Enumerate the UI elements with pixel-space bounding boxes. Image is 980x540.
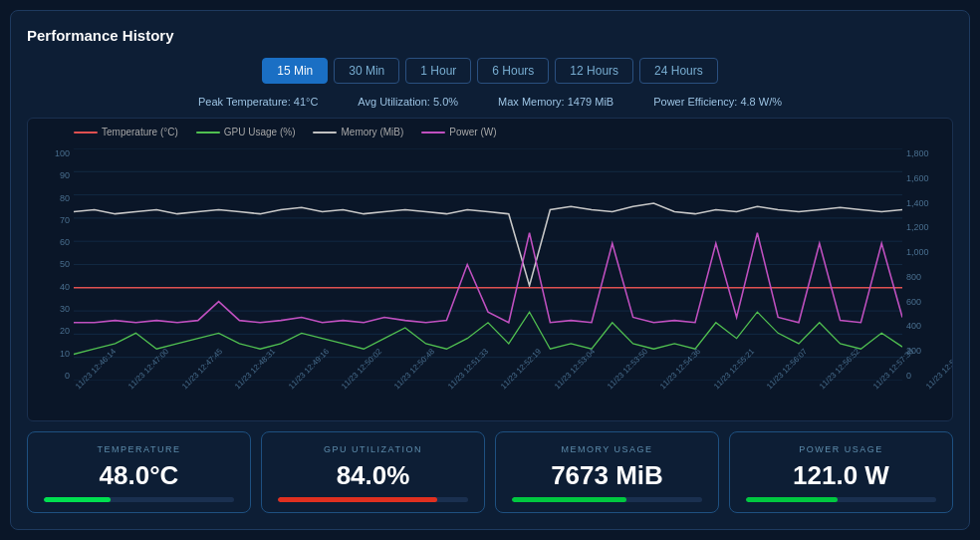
metric-card-memory-usage: MEMORY USAGE7673 MiB: [495, 431, 719, 513]
time-btn-1-hour[interactable]: 1 Hour: [405, 58, 471, 84]
chart-area: Temperature (°C)GPU Usage (%)Memory (MiB…: [27, 118, 953, 421]
y-axis-left-label: 70: [60, 215, 70, 225]
peak-temp-stat: Peak Temperature: 41°C: [198, 96, 318, 108]
y-axis-left-label: 90: [60, 170, 70, 180]
y-axis-right-label: 0: [906, 371, 911, 381]
y-axis-left-label: 50: [60, 259, 70, 269]
time-btn-6-hours[interactable]: 6 Hours: [477, 58, 549, 84]
legend-label: Memory (MiB): [341, 127, 403, 137]
metric-value: 48.0°C: [44, 460, 234, 491]
y-axis-left-label: 60: [60, 237, 70, 247]
metric-card-temperature: TEMPERATURE48.0°C: [27, 431, 251, 513]
metric-value: 84.0%: [278, 460, 468, 491]
power-eff-stat: Power Efficiency: 4.8 W/%: [653, 96, 782, 108]
metric-bar-bg: [278, 497, 468, 502]
legend-color: [196, 132, 220, 134]
y-axis-right-label: 600: [906, 297, 921, 307]
metric-label: MEMORY USAGE: [512, 444, 702, 454]
y-axis-left-label: 10: [60, 349, 70, 359]
legend-label: Power (W): [449, 127, 496, 137]
legend-item: Temperature (°C): [74, 127, 178, 137]
y-axis-left-label: 0: [65, 371, 70, 381]
metric-label: TEMPERATURE: [44, 444, 234, 454]
y-axis-left-label: 20: [60, 326, 70, 336]
legend-color: [421, 132, 445, 134]
metric-bar-fill: [746, 497, 838, 502]
chart-svg-container: [74, 148, 902, 381]
legend-color: [313, 132, 337, 134]
section-title: Performance History: [27, 27, 953, 44]
time-button-group: 15 Min30 Min1 Hour6 Hours12 Hours24 Hour…: [27, 58, 953, 84]
legend-item: Power (W): [421, 127, 496, 137]
time-btn-12-hours[interactable]: 12 Hours: [555, 58, 633, 84]
metric-bar-fill: [278, 497, 437, 502]
legend-item: Memory (MiB): [313, 127, 403, 137]
metric-bar-bg: [746, 497, 936, 502]
x-axis: 11/23 12:46:1411/23 12:47:0011/23 12:47:…: [74, 381, 902, 420]
y-axis-left: 1009080706050403020100: [28, 148, 74, 381]
metric-value: 121.0 W: [746, 460, 936, 491]
metric-bar-fill: [512, 497, 626, 502]
dashboard: Performance History 15 Min30 Min1 Hour6 …: [10, 10, 970, 530]
y-axis-right-label: 1,000: [906, 247, 929, 257]
y-axis-right-label: 1,800: [906, 148, 929, 158]
max-memory-stat: Max Memory: 1479 MiB: [498, 96, 613, 108]
y-axis-right-label: 1,600: [906, 173, 929, 183]
metric-card-power-usage: POWER USAGE121.0 W: [729, 431, 953, 513]
time-btn-15-min[interactable]: 15 Min: [262, 58, 328, 84]
stats-row: Peak Temperature: 41°C Avg Utilization: …: [27, 96, 953, 108]
metric-card-gpu-utilization: GPU UTILIZATION84.0%: [261, 431, 485, 513]
legend-label: GPU Usage (%): [224, 127, 296, 137]
metrics-row: TEMPERATURE48.0°CGPU UTILIZATION84.0%MEM…: [27, 431, 953, 513]
metric-bar-bg: [44, 497, 234, 502]
y-axis-left-label: 40: [60, 282, 70, 292]
y-axis-right: 1,8001,6001,4001,2001,0008006004002000: [902, 148, 952, 381]
legend-color: [74, 132, 98, 134]
chart-legend: Temperature (°C)GPU Usage (%)Memory (MiB…: [74, 127, 902, 137]
y-axis-right-label: 400: [906, 321, 921, 331]
metric-value: 7673 MiB: [512, 460, 702, 491]
y-axis-left-label: 100: [55, 148, 70, 158]
y-axis-right-label: 1,200: [906, 222, 929, 232]
time-btn-24-hours[interactable]: 24 Hours: [639, 58, 718, 84]
metric-label: POWER USAGE: [746, 444, 936, 454]
y-axis-left-label: 80: [60, 193, 70, 203]
metric-label: GPU UTILIZATION: [278, 444, 468, 454]
y-axis-left-label: 30: [60, 304, 70, 314]
avg-util-stat: Avg Utilization: 5.0%: [358, 96, 458, 108]
metric-bar-bg: [512, 497, 702, 502]
y-axis-right-label: 800: [906, 272, 921, 282]
y-axis-right-label: 1,400: [906, 198, 929, 208]
legend-item: GPU Usage (%): [196, 127, 296, 137]
legend-label: Temperature (°C): [102, 127, 178, 137]
time-btn-30-min[interactable]: 30 Min: [334, 58, 399, 84]
metric-bar-fill: [44, 497, 111, 502]
